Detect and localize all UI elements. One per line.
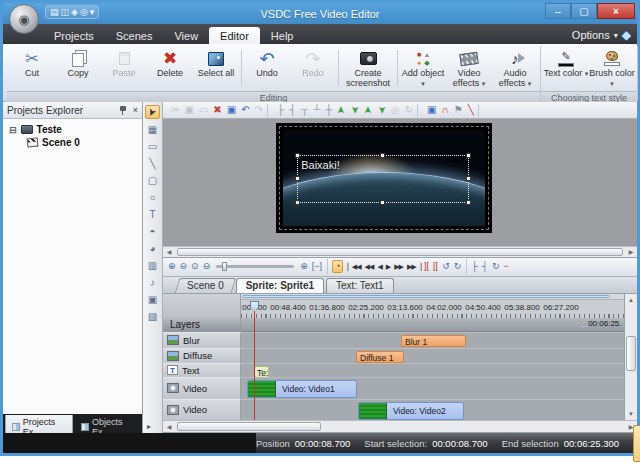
align-top-icon[interactable]: ┬ (301, 105, 308, 115)
video-tool[interactable]: ▣ (145, 292, 160, 306)
zoom-out-icon[interactable]: ⊖ (180, 262, 188, 271)
marker-icon[interactable]: ⚑ (454, 105, 463, 115)
new-project-icon[interactable]: ▤ (50, 7, 59, 17)
selection-start-icon[interactable]: ][ (424, 262, 429, 271)
clip-video2[interactable]: Video: Video2 (358, 402, 464, 420)
brush-color-button[interactable]: Brush color ▾ (589, 47, 635, 89)
send-backward-icon[interactable]: ➤ (378, 105, 386, 115)
delete-marker-icon[interactable]: − (504, 262, 509, 271)
audio-tool[interactable]: ♪ (145, 275, 160, 289)
export-icon[interactable]: ◈ (71, 7, 78, 17)
zoom-slider-thumb[interactable] (222, 262, 227, 271)
move-down-icon[interactable]: ➤ (351, 105, 359, 115)
handle-middle-left[interactable] (295, 176, 300, 181)
menu-scenes[interactable]: Scenes (105, 27, 164, 44)
delete-icon[interactable]: ✖ (213, 105, 221, 115)
undo-button[interactable]: ↶ Undo (244, 47, 290, 89)
scroll-right-icon[interactable]: ▶ (625, 248, 637, 255)
clip-diffuse1[interactable]: Diffuse 1 (356, 351, 404, 363)
handle-bottom-right[interactable] (466, 200, 471, 205)
text-color-button[interactable]: ✎ Text color ▾ (543, 47, 589, 89)
options-dropdown-icon[interactable]: ▾ (614, 31, 618, 40)
image-tool[interactable]: ▨ (145, 309, 160, 323)
align-center-icon[interactable]: ┼ (325, 105, 332, 115)
line-tool[interactable]: ╲ (145, 156, 160, 170)
remove-layer-icon[interactable]: ┤ (482, 262, 488, 271)
menu-editor[interactable]: Editor (209, 27, 260, 44)
fast-forward-icon[interactable]: ▶▶ (394, 263, 403, 270)
timeline-vscrollbar[interactable]: ▲ ▼ (624, 294, 637, 421)
text-tool[interactable]: T (145, 207, 160, 221)
app-logo-icon[interactable]: ◉ (9, 4, 39, 34)
loop-forward-icon[interactable]: ↻ (454, 262, 462, 271)
cut-icon[interactable]: ✂ (171, 105, 179, 115)
tab-scene0[interactable]: Scene 0 (175, 278, 237, 293)
video-effects-button[interactable]: Video effects ▾ (446, 47, 492, 89)
options-button[interactable]: Options (572, 29, 610, 41)
handle-bottom-left[interactable] (295, 200, 300, 205)
timeline-zoom-slider[interactable] (216, 265, 294, 268)
select-all-icon[interactable]: ▣ (227, 105, 236, 115)
preview-hscrollbar[interactable]: ◀ ▶ (163, 246, 637, 258)
scroll-left-icon[interactable]: ◀ (163, 423, 175, 430)
menu-projects[interactable]: Projects (43, 27, 105, 44)
zoom-slider-plus-icon[interactable]: ⊕ (300, 262, 308, 271)
magnet-icon[interactable]: ∩ (442, 105, 449, 115)
handle-bottom-center[interactable] (380, 200, 385, 205)
target-icon[interactable]: ◎ (391, 105, 400, 115)
zoom-in-icon[interactable]: ⊕ (168, 262, 176, 271)
handle-top-right[interactable] (466, 153, 471, 158)
toolstrip-expand-icon[interactable]: ▸ (147, 422, 151, 431)
close-button[interactable]: × (597, 3, 635, 19)
loop-back-icon[interactable]: ↺ (442, 262, 450, 271)
paste-icon[interactable]: ▭ (199, 105, 208, 115)
move-up-icon[interactable]: ➤ (337, 105, 345, 115)
clip-video1[interactable]: Video: Video1 (247, 380, 357, 398)
handle-top-center[interactable] (380, 153, 385, 158)
tooltip-tool[interactable]: ◓ (145, 224, 160, 238)
selection-box[interactable] (297, 155, 469, 203)
scroll-thumb[interactable] (177, 248, 623, 256)
draw-icon[interactable]: ╲ (468, 105, 474, 115)
scroll-down-icon[interactable]: ▼ (625, 408, 637, 420)
copy-icon[interactable]: ▣ (184, 105, 193, 115)
cursor-tool[interactable]: ➤ (145, 105, 160, 119)
layer-icon[interactable]: ▣ (427, 105, 436, 115)
zoom-fit-icon[interactable]: [−] (312, 262, 322, 271)
skip-to-start-icon[interactable]: ▏◀◀ (347, 263, 360, 270)
add-object-button[interactable]: ■ ▲ ● ◆ Add object ▾ (400, 47, 446, 89)
tree-expand-icon[interactable]: ⊟ (9, 125, 17, 135)
curve-editor-icon[interactable]: ↻ (492, 262, 500, 271)
insert-layer-icon[interactable]: ├ (471, 262, 477, 271)
vscroll-thumb[interactable] (626, 336, 636, 371)
ellipse-tool[interactable]: ○ (145, 190, 160, 204)
zoom-to-screen-button[interactable]: Zoom To Screen (633, 425, 640, 462)
bring-forward-icon[interactable]: ➤ (364, 105, 372, 115)
chart-tool[interactable]: ▥ (145, 258, 160, 272)
sprite-tool[interactable]: ▦ (145, 122, 160, 136)
maximize-button[interactable]: ▢ (571, 3, 597, 19)
copy-button[interactable]: Copy (55, 47, 101, 89)
scroll-left-icon[interactable]: ◀ (163, 248, 175, 255)
counter-tool[interactable]: ◕ (145, 241, 160, 255)
menu-help[interactable]: Help (260, 27, 305, 44)
menu-view[interactable]: View (163, 27, 209, 44)
tab-text1[interactable]: Text: Text1 (326, 278, 394, 293)
tree-node-scene[interactable]: Scene 0 (5, 136, 140, 149)
paste-button[interactable]: Paste (101, 47, 147, 89)
redo-button[interactable]: ↷ Redo (290, 47, 336, 89)
layer-row-diffuse[interactable]: Diffuse Diffuse 1 (163, 348, 624, 363)
rewind-icon[interactable]: ◀◀ (365, 263, 374, 270)
handle-middle-right[interactable] (466, 176, 471, 181)
preview-canvas[interactable]: Baixaki! (163, 119, 637, 246)
pin-icon[interactable] (119, 106, 127, 115)
qat-dropdown-icon[interactable]: ▾ (90, 7, 95, 17)
zoom-slider-minus-icon[interactable]: ⊖ (203, 262, 211, 271)
save-project-icon[interactable]: ◫ (61, 7, 70, 17)
time-display-toggle-icon[interactable]: ◔ (332, 260, 343, 273)
step-forward-icon[interactable]: ▶ (386, 263, 390, 270)
undo-icon[interactable]: ↶ (241, 105, 249, 115)
select-all-button[interactable]: Select all (193, 47, 239, 89)
scroll-up-icon[interactable]: ▲ (625, 294, 637, 306)
ruler-scroll-thumb[interactable] (242, 295, 610, 298)
